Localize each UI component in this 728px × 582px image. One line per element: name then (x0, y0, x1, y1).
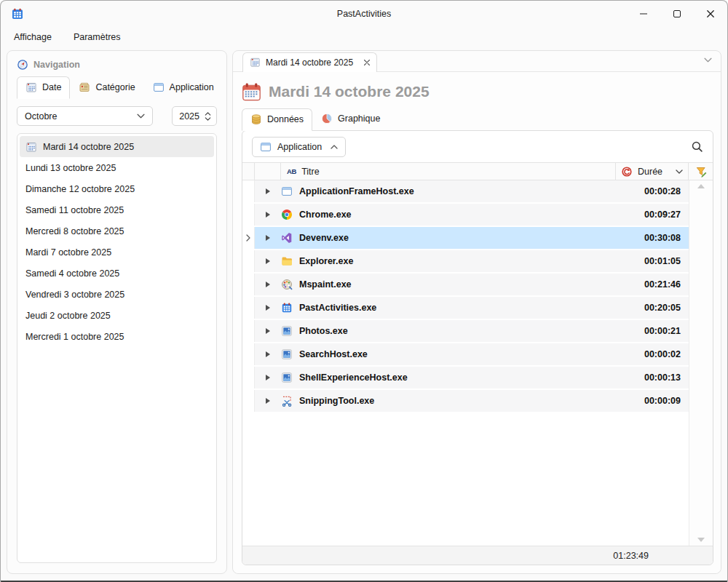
row-duration: 00:21:46 (620, 279, 689, 290)
column-header-titre[interactable]: AB Titre (281, 163, 616, 180)
date-list-item[interactable]: Vendredi 3 octobre 2025 (20, 284, 214, 305)
nav-tab-application-label: Application (170, 82, 214, 92)
expand-arrow[interactable] (255, 305, 281, 311)
month-select[interactable]: Octobre (17, 106, 153, 126)
table-row[interactable]: Photos.exe 00:00:21 (242, 320, 689, 342)
expand-arrow[interactable] (255, 398, 281, 404)
table-row[interactable]: Mspaint.exe 00:21:46 (242, 274, 689, 295)
tab-graphique[interactable]: Graphique (312, 108, 389, 130)
expand-arrow[interactable] (255, 188, 281, 194)
row-duration: 00:09:27 (620, 210, 689, 220)
expand-arrow[interactable] (255, 282, 281, 287)
scroll-down-icon[interactable] (697, 538, 705, 542)
navigation-controls: Octobre 2025 (17, 106, 217, 126)
row-app-name: Devenv.exe (299, 233, 620, 243)
photos-icon (281, 325, 293, 337)
application-frame-host-icon (281, 186, 293, 197)
table-row[interactable]: SnippingTool.exe 00:00:09 (242, 390, 689, 412)
table-row[interactable]: ShellExperienceHost.exe 00:00:13 (242, 367, 689, 388)
header-expand-cell (255, 163, 281, 180)
date-list-item[interactable]: Mardi 14 octobre 2025 (20, 136, 214, 157)
column-titre-label: Titre (301, 167, 320, 177)
vertical-scrollbar[interactable] (689, 180, 713, 546)
row-app-name: PastActivities.exe (299, 303, 620, 313)
nav-tab-categorie[interactable]: Catégorie (70, 76, 143, 99)
nav-tab-application[interactable]: Application (144, 76, 223, 99)
table-row-selected[interactable]: Devenv.exe 00:30:08 (242, 227, 689, 249)
window-app-icon (153, 81, 165, 93)
table-row[interactable]: ApplicationFrameHost.exe 00:00:28 (242, 180, 689, 202)
row-app-name: SearchHost.exe (299, 349, 620, 359)
menu-parametres[interactable]: Paramètres (66, 29, 128, 45)
current-row-chevron-icon (246, 234, 250, 242)
date-list-item[interactable]: Jeudi 2 octobre 2025 (20, 305, 214, 326)
app-window: PastActivities Affichage Paramètres Navi… (0, 0, 728, 582)
row-duration: 00:00:13 (620, 372, 689, 383)
data-grid-card: Application AB Titre (242, 130, 713, 565)
date-item-label: Vendredi 3 octobre 2025 (25, 290, 124, 300)
page-title: Mardi 14 octobre 2025 (269, 83, 430, 100)
month-select-value: Octobre (25, 111, 57, 121)
expand-arrow[interactable] (255, 328, 281, 334)
table-row[interactable]: Chrome.exe 00:09:27 (242, 204, 689, 226)
chrome-icon (281, 209, 293, 220)
date-list-item[interactable]: Lundi 13 octobre 2025 (20, 157, 214, 178)
table-row[interactable]: PastActivities.exe 00:20:05 (242, 297, 689, 319)
expand-arrow[interactable] (255, 351, 281, 357)
group-by-application-button[interactable]: Application (252, 137, 346, 157)
chevron-up-icon (331, 145, 338, 149)
document-tab[interactable]: Mardi 14 octobre 2025 (242, 52, 377, 72)
search-button[interactable] (691, 140, 703, 153)
row-duration: 00:00:09 (620, 396, 689, 406)
duration-clock-icon (621, 166, 633, 178)
row-app-name: Chrome.exe (299, 210, 620, 220)
calendar-big-icon (242, 82, 261, 102)
table-row[interactable]: Explorer.exe 00:01:05 (242, 250, 689, 272)
date-list-item[interactable]: Mercredi 8 octobre 2025 (20, 220, 214, 242)
total-duration: 01:23:49 (613, 551, 649, 561)
tab-list-dropdown-icon[interactable] (704, 57, 712, 63)
tab-donnees[interactable]: Données (242, 108, 312, 131)
paint-palette-icon (281, 279, 293, 290)
date-item-label: Dimanche 12 octobre 2025 (25, 184, 135, 194)
column-header-duree[interactable]: Durée (616, 163, 689, 180)
year-spinner[interactable]: 2025 (172, 106, 217, 126)
filter-button[interactable] (689, 163, 713, 180)
date-item-label: Mercredi 8 octobre 2025 (25, 226, 124, 236)
title-bar: PastActivities (1, 1, 727, 27)
scroll-up-icon[interactable] (697, 184, 705, 188)
expand-arrow[interactable] (255, 212, 281, 218)
date-list: Mardi 14 octobre 2025 Lundi 13 octobre 2… (17, 133, 217, 563)
grid-toolbar: Application (242, 131, 713, 162)
row-indicator-cell (242, 390, 255, 412)
compass-icon (17, 59, 28, 71)
date-list-item[interactable]: Dimanche 12 octobre 2025 (20, 178, 214, 199)
nav-tab-categorie-label: Catégorie (95, 82, 135, 92)
date-list-item[interactable]: Samedi 11 octobre 2025 (20, 199, 214, 220)
navigation-panel: Navigation Date Catégorie Application (7, 50, 227, 574)
expand-arrow[interactable] (255, 258, 281, 264)
tab-donnees-label: Données (267, 114, 304, 124)
spinner-down-icon[interactable] (205, 117, 211, 121)
snipping-tool-icon (281, 395, 293, 407)
row-indicator-cell (242, 250, 255, 272)
nav-tab-date[interactable]: Date (17, 76, 70, 99)
table-row[interactable]: SearchHost.exe 00:00:02 (242, 343, 689, 365)
minimize-button[interactable] (627, 1, 660, 27)
row-duration: 00:01:05 (620, 256, 689, 266)
date-list-item[interactable]: Mardi 7 octobre 2025 (20, 242, 214, 263)
close-button[interactable] (694, 1, 727, 27)
caption-buttons (627, 1, 727, 27)
date-list-item[interactable]: Samedi 4 octobre 2025 (20, 263, 214, 284)
menu-affichage[interactable]: Affichage (7, 29, 59, 45)
document-panel: Mardi 14 octobre 2025 Mardi 14 octobre 2… (232, 50, 721, 574)
tab-close-icon[interactable] (363, 59, 371, 66)
group-by-label: Application (277, 142, 322, 152)
maximize-button[interactable] (660, 1, 694, 27)
expand-arrow[interactable] (255, 375, 281, 380)
spinner-up-icon[interactable] (205, 112, 211, 116)
date-list-item[interactable]: Mercredi 1 octobre 2025 (20, 326, 214, 347)
expand-arrow[interactable] (255, 235, 281, 241)
chevron-down-icon (137, 113, 145, 119)
row-app-name: Explorer.exe (299, 256, 620, 266)
